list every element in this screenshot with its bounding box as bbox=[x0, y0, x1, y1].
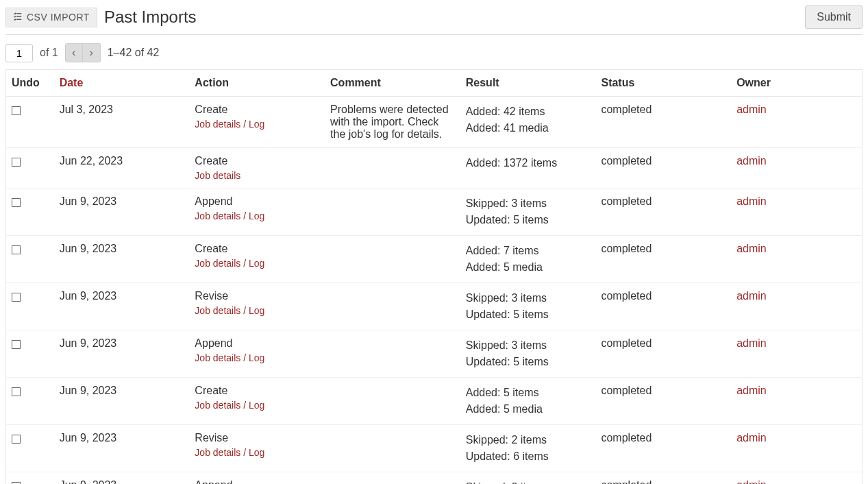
result-line: Added: 41 media bbox=[466, 120, 591, 136]
submit-button[interactable]: Submit bbox=[805, 5, 863, 29]
link-separator: / bbox=[240, 352, 249, 363]
chevron-right-icon: › bbox=[90, 47, 93, 59]
log-link[interactable]: Log bbox=[249, 119, 264, 130]
job-details-link[interactable]: Job details bbox=[195, 258, 240, 269]
owner-link[interactable]: admin bbox=[736, 337, 767, 349]
result-line: Added: 1372 items bbox=[466, 155, 591, 171]
cell-result: Skipped: 3 itemsUpdated: 5 items bbox=[460, 330, 596, 378]
job-details-link[interactable]: Job details bbox=[195, 119, 240, 130]
undo-checkbox[interactable] bbox=[12, 158, 21, 167]
action-links: Job details / Log bbox=[195, 447, 319, 458]
cell-result: Added: 42 itemsAdded: 41 media bbox=[460, 97, 596, 148]
job-details-link[interactable]: Job details bbox=[195, 210, 240, 221]
cell-result: Added: 1372 items bbox=[460, 148, 596, 189]
csv-import-button[interactable]: CSV IMPORT bbox=[5, 8, 97, 27]
col-owner: Owner bbox=[731, 70, 862, 97]
pager-range-text: 1–42 of 42 bbox=[108, 47, 160, 59]
cell-owner: admin bbox=[731, 236, 862, 283]
cell-status: completed bbox=[595, 472, 731, 485]
owner-link[interactable]: admin bbox=[736, 243, 767, 254]
action-links: Job details bbox=[195, 170, 319, 181]
cell-result: Skipped: 2 itemsUpdated: 6 items bbox=[460, 425, 596, 472]
undo-checkbox[interactable] bbox=[12, 106, 21, 115]
header-left: CSV IMPORT Past Imports bbox=[5, 8, 197, 27]
result-line: Skipped: 3 items bbox=[466, 290, 591, 306]
result-line: Skipped: 3 items bbox=[466, 195, 591, 212]
log-link[interactable]: Log bbox=[249, 258, 264, 269]
undo-checkbox[interactable] bbox=[12, 245, 21, 254]
cell-owner: admin bbox=[731, 378, 862, 425]
csv-import-label: CSV IMPORT bbox=[27, 12, 90, 23]
undo-checkbox[interactable] bbox=[12, 340, 21, 349]
job-details-link[interactable]: Job details bbox=[195, 352, 240, 363]
owner-link[interactable]: admin bbox=[736, 385, 767, 396]
result-line: Added: 7 items bbox=[466, 243, 591, 259]
log-link[interactable]: Log bbox=[249, 400, 264, 411]
cell-status: completed bbox=[595, 330, 731, 378]
action-links: Job details / Log bbox=[195, 400, 319, 411]
cell-comment bbox=[325, 330, 460, 378]
owner-link[interactable]: admin bbox=[736, 479, 767, 484]
imports-table: Undo Date Action Comment Result Status O… bbox=[5, 69, 863, 484]
undo-checkbox[interactable] bbox=[12, 198, 21, 207]
cell-action: ReviseJob details / Log bbox=[189, 425, 325, 472]
cell-date: Jul 3, 2023 bbox=[54, 97, 190, 148]
table-row: Jun 9, 2023ReviseJob details / LogSkippe… bbox=[6, 283, 863, 330]
pager: of 1 ‹ › 1–42 of 42 bbox=[5, 43, 863, 62]
action-label: Revise bbox=[195, 290, 319, 302]
owner-link[interactable]: admin bbox=[736, 155, 767, 167]
job-details-link[interactable]: Job details bbox=[195, 447, 240, 458]
undo-checkbox[interactable] bbox=[12, 387, 21, 396]
pager-prev-button[interactable]: ‹ bbox=[65, 43, 83, 62]
table-header-row: Undo Date Action Comment Result Status O… bbox=[6, 70, 863, 97]
cell-date: Jun 9, 2023 bbox=[54, 472, 190, 485]
col-undo: Undo bbox=[6, 70, 54, 97]
undo-checkbox[interactable] bbox=[12, 293, 21, 302]
link-separator: / bbox=[240, 258, 249, 269]
pager-next-button[interactable]: › bbox=[83, 43, 101, 62]
owner-link[interactable]: admin bbox=[736, 290, 767, 302]
cell-comment bbox=[325, 378, 460, 425]
cell-owner: admin bbox=[731, 330, 862, 378]
col-date-sort-link[interactable]: Date bbox=[60, 77, 84, 88]
table-row: Jun 9, 2023AppendJob details / LogSkippe… bbox=[6, 472, 863, 485]
job-details-link[interactable]: Job details bbox=[195, 305, 240, 316]
cell-comment bbox=[325, 236, 460, 283]
table-row: Jun 9, 2023AppendJob details / LogSkippe… bbox=[6, 330, 863, 378]
table-row: Jun 9, 2023CreateJob details / LogAdded:… bbox=[6, 378, 863, 425]
cell-comment bbox=[325, 148, 460, 189]
action-links: Job details / Log bbox=[195, 258, 319, 269]
cell-status: completed bbox=[595, 189, 731, 236]
undo-checkbox[interactable] bbox=[12, 435, 21, 444]
page-header: CSV IMPORT Past Imports Submit bbox=[5, 5, 863, 35]
cell-owner: admin bbox=[731, 189, 862, 236]
cell-status: completed bbox=[595, 378, 731, 425]
cell-status: completed bbox=[595, 148, 731, 189]
cell-date: Jun 9, 2023 bbox=[54, 283, 190, 330]
job-details-link[interactable]: Job details bbox=[195, 170, 240, 181]
log-link[interactable]: Log bbox=[249, 305, 264, 316]
table-row: Jul 3, 2023CreateJob details / LogProble… bbox=[6, 97, 863, 148]
owner-link[interactable]: admin bbox=[736, 195, 767, 207]
cell-comment bbox=[325, 472, 460, 485]
owner-link[interactable]: admin bbox=[736, 432, 767, 444]
page-of-text: of 1 bbox=[40, 47, 58, 59]
log-link[interactable]: Log bbox=[249, 352, 264, 363]
cell-result: Skipped: 3 itemsUpdated: 5 items bbox=[460, 283, 596, 330]
cell-result: Added: 5 itemsAdded: 5 media bbox=[460, 378, 596, 425]
owner-link[interactable]: admin bbox=[736, 104, 767, 115]
result-line: Added: 42 items bbox=[466, 104, 591, 120]
result-line: Skipped: 3 items bbox=[466, 337, 591, 354]
cell-owner: admin bbox=[731, 425, 862, 472]
log-link[interactable]: Log bbox=[249, 447, 264, 458]
job-details-link[interactable]: Job details bbox=[195, 400, 240, 411]
cell-comment bbox=[325, 283, 460, 330]
log-link[interactable]: Log bbox=[249, 210, 264, 221]
page-number-input[interactable] bbox=[5, 44, 33, 62]
col-date: Date bbox=[54, 70, 190, 97]
cell-date: Jun 9, 2023 bbox=[54, 189, 190, 236]
result-line: Added: 5 media bbox=[466, 259, 591, 276]
cell-result: Skipped: 2 itemsUpdated: 6 items bbox=[460, 472, 596, 485]
action-label: Create bbox=[195, 155, 319, 167]
cell-comment bbox=[325, 425, 460, 472]
